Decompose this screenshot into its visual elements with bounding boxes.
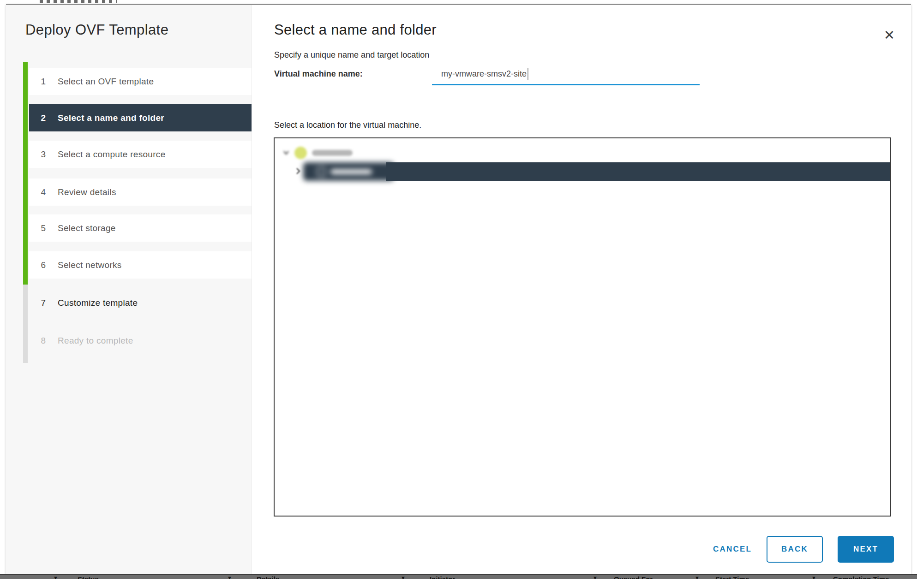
vm-name-input[interactable]: my-vmware-smsv2-site — [432, 64, 700, 85]
location-label: Select a location for the virtual machin… — [274, 120, 421, 130]
vm-folder-icon — [317, 167, 325, 177]
chevron-down-icon[interactable] — [283, 150, 289, 155]
wizard-step-7[interactable]: 7 Customize template — [29, 289, 252, 316]
step-number: 4 — [40, 187, 47, 197]
step-number: 6 — [40, 260, 47, 270]
clipped-background-text-top — [40, 0, 117, 3]
step-label: Ready to complete — [58, 336, 133, 346]
step-label: Select networks — [58, 260, 122, 270]
wizard-content: ✕ Select a name and folder Specify a uni… — [252, 5, 911, 575]
next-button[interactable]: NEXT — [838, 536, 894, 563]
sort-caret-icon: ▼ — [227, 575, 232, 579]
wizard-sidebar: Deploy OVF Template 1 Select an OVF temp… — [6, 5, 252, 575]
vcenter-icon — [294, 147, 307, 159]
wizard-step-4[interactable]: 4 Review details — [29, 178, 252, 206]
dialog-title: Deploy OVF Template — [25, 22, 168, 38]
wizard-step-6[interactable]: 6 Select networks — [29, 251, 252, 279]
redacted-folder-name — [330, 169, 372, 174]
redacted-vcenter-name — [312, 150, 353, 156]
sort-caret-icon: ▼ — [811, 575, 816, 579]
sort-caret-icon: ▼ — [53, 575, 58, 579]
text-cursor — [527, 68, 528, 80]
task-column-completion-time: Completion Time — [833, 575, 889, 579]
progress-bar-completed — [23, 62, 28, 285]
redacted-vcenter-group — [283, 144, 353, 161]
step-label: Customize template — [58, 298, 138, 308]
vm-name-label: Virtual machine name: — [274, 69, 363, 79]
cancel-button[interactable]: CANCEL — [713, 545, 752, 554]
step-label: Select a name and folder — [58, 113, 164, 123]
deploy-ovf-dialog: Deploy OVF Template 1 Select an OVF temp… — [6, 4, 911, 575]
wizard-step-3[interactable]: 3 Select a compute resource — [29, 141, 252, 168]
chevron-right-icon[interactable] — [296, 167, 300, 175]
vm-name-value: my-vmware-smsv2-site — [441, 69, 527, 79]
wizard-step-8: 8 Ready to complete — [29, 327, 252, 354]
wizard-step-5[interactable]: 5 Select storage — [29, 214, 252, 242]
task-column-initiator: Initiator — [430, 575, 455, 579]
vm-location-tree — [274, 137, 891, 517]
task-column-queued-for: Queued For — [614, 575, 653, 579]
step-number: 7 — [40, 298, 47, 308]
selected-row-highlight — [386, 162, 890, 181]
close-icon: ✕ — [884, 28, 895, 42]
step-label: Select a compute resource — [58, 149, 166, 160]
wizard-step-2[interactable]: 2 Select a name and folder — [29, 104, 252, 131]
selected-row-redacted-segment — [303, 162, 394, 181]
wizard-step-1[interactable]: 1 Select an OVF template — [29, 68, 252, 95]
sort-caret-icon: ▼ — [695, 575, 700, 579]
task-column-status: Status — [78, 575, 99, 579]
close-button[interactable]: ✕ — [881, 27, 897, 43]
step-number: 2 — [40, 113, 47, 123]
vsphere-page: Deploy OVF Template 1 Select an OVF temp… — [0, 0, 917, 588]
tree-row-folder-selected[interactable] — [275, 161, 890, 182]
footer-actions: CANCEL BACK NEXT — [713, 536, 894, 563]
progress-bar-remaining — [23, 285, 28, 363]
page-title: Select a name and folder — [274, 22, 437, 38]
step-number: 5 — [40, 223, 47, 233]
step-number: 8 — [40, 336, 47, 346]
back-button[interactable]: BACK — [767, 536, 823, 563]
background-tasks-strip: ▼ Status ▼ Details ▼ Initiator ▼ Queued … — [0, 574, 917, 579]
task-column-details: Details — [257, 575, 279, 579]
step-number: 3 — [40, 149, 47, 160]
step-label: Review details — [58, 187, 116, 197]
step-number: 1 — [40, 77, 47, 87]
page-subtitle: Specify a unique name and target locatio… — [274, 50, 429, 60]
sort-caret-icon: ▼ — [401, 575, 406, 579]
sort-caret-icon: ▼ — [593, 575, 598, 579]
tree-row-vcenter[interactable] — [275, 144, 890, 161]
task-column-start-time: Start Time — [715, 575, 749, 579]
step-label: Select an OVF template — [58, 77, 154, 87]
step-label: Select storage — [58, 223, 116, 233]
